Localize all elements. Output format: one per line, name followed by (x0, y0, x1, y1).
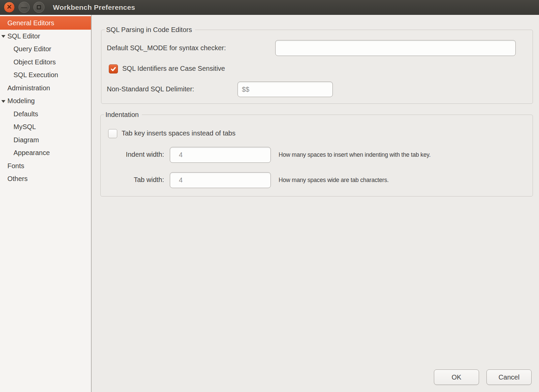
preferences-sidebar: General Editors SQL Editor Query Editor … (0, 15, 92, 392)
sidebar-item-label: General Editors (7, 19, 54, 27)
sidebar-item-diagram[interactable]: Diagram (0, 133, 91, 147)
sidebar-item-label: Query Editor (13, 45, 51, 53)
expander-arrow-icon[interactable] (1, 35, 5, 38)
sidebar-item-label: Appearance (13, 149, 50, 157)
sidebar-item-general-editors[interactable]: General Editors (0, 16, 91, 30)
tab-width-help: How many spaces wide are tab characters. (279, 177, 389, 184)
sql-mode-label: Default SQL_MODE for syntax checker: (107, 44, 226, 52)
close-icon: ✕ (7, 4, 12, 10)
sidebar-item-sql-editor[interactable]: SQL Editor (0, 30, 91, 43)
tab-width-input[interactable] (170, 172, 271, 188)
group-title: Indentation (104, 110, 142, 119)
indent-width-help: How many spaces to insert when indenting… (279, 151, 431, 158)
tab-spaces-checkbox[interactable] (108, 129, 117, 138)
sidebar-item-defaults[interactable]: Defaults (0, 108, 91, 121)
sql-mode-input[interactable] (275, 40, 516, 56)
indent-width-label: Indent width: (106, 151, 164, 158)
checkmark-icon (110, 66, 117, 72)
tab-spaces-label[interactable]: Tab key inserts spaces instead of tabs (122, 129, 235, 137)
titlebar: ✕ — Workbench Preferences (0, 0, 539, 15)
minimize-button[interactable]: — (19, 2, 30, 13)
sidebar-item-sql-execution[interactable]: SQL Execution (0, 69, 91, 82)
sidebar-item-query-editor[interactable]: Query Editor (0, 43, 91, 56)
minimize-icon: — (21, 4, 27, 10)
sidebar-item-others[interactable]: Others (0, 173, 91, 186)
sidebar-item-label: SQL Execution (13, 71, 58, 79)
sidebar-item-fonts[interactable]: Fonts (0, 159, 91, 173)
sidebar-item-appearance[interactable]: Appearance (0, 147, 91, 160)
sidebar-item-administration[interactable]: Administration (0, 82, 91, 95)
indentation-group: Indentation Tab key inserts spaces inste… (100, 115, 533, 197)
cancel-button[interactable]: Cancel (486, 369, 532, 385)
sidebar-item-object-editors[interactable]: Object Editors (0, 56, 91, 69)
sidebar-item-modeling[interactable]: Modeling (0, 95, 91, 108)
maximize-icon (37, 5, 41, 9)
group-title: SQL Parsing in Code Editors (105, 25, 195, 34)
window-title: Workbench Preferences (53, 3, 135, 11)
sidebar-item-label: Others (7, 175, 28, 183)
sidebar-item-label: Fonts (7, 162, 24, 170)
delimiter-label: Non-Standard SQL Delimiter: (107, 85, 194, 93)
ok-button[interactable]: OK (434, 369, 479, 385)
sidebar-item-label: Diagram (13, 136, 39, 144)
sidebar-item-label: MySQL (13, 123, 36, 131)
sidebar-item-label: Defaults (13, 110, 38, 118)
workbench-preferences-window: ✕ — Workbench Preferences General Editor… (0, 0, 539, 392)
sidebar-item-label: Modeling (7, 97, 35, 105)
delimiter-input[interactable] (237, 82, 333, 97)
maximize-button[interactable] (33, 2, 44, 13)
tab-width-label: Tab width: (106, 176, 164, 184)
case-sensitive-checkbox[interactable] (109, 64, 118, 73)
sidebar-item-label: SQL Editor (7, 32, 40, 40)
indent-width-input[interactable] (170, 147, 271, 163)
sidebar-item-mysql[interactable]: MySQL (0, 121, 91, 134)
expander-arrow-icon[interactable] (1, 100, 5, 103)
preferences-main-panel: SQL Parsing in Code Editors Default SQL_… (92, 15, 539, 392)
sidebar-item-label: Administration (7, 84, 50, 92)
sql-parsing-group: SQL Parsing in Code Editors Default SQL_… (101, 30, 533, 104)
case-sensitive-label[interactable]: SQL Identifiers are Case Sensitive (122, 65, 225, 72)
sidebar-item-label: Object Editors (13, 58, 56, 66)
close-button[interactable]: ✕ (4, 2, 15, 13)
